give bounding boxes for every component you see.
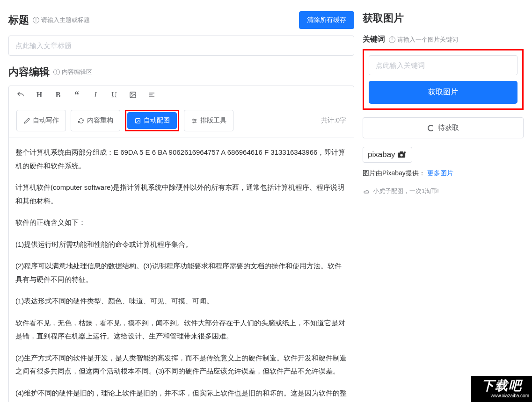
content-hint: ! 内容编辑区 [53, 68, 92, 76]
highlight-keyword-box: 获取图片 [363, 49, 524, 110]
pixabay-logo: pixabay [363, 147, 412, 163]
highlight-auto-image: 自动配图 [125, 110, 179, 131]
title-label: 标题 [8, 13, 29, 27]
formatting-toolbar: H B “ I U [9, 86, 354, 104]
keyword-hint: ! 请输入一个图片关键词 [389, 36, 458, 44]
content-label: 内容编辑 [8, 65, 50, 79]
underline-icon[interactable]: U [110, 91, 118, 99]
layout-tool-button[interactable]: 排版工具 [184, 110, 233, 131]
keyword-label: 关键词 [363, 35, 385, 44]
auto-write-button[interactable]: 自动写作 [16, 110, 66, 131]
pending-button[interactable]: 待获取 [363, 117, 524, 138]
info-icon: ! [33, 17, 39, 23]
keyword-input[interactable] [369, 55, 517, 75]
title-section-header: 标题 ! 请输入主题或标题 清除所有缓存 [8, 11, 354, 29]
editor: H B “ I U 自动写作 [8, 86, 354, 402]
side-title: 获取图片 [363, 11, 524, 25]
content-section-header: 内容编辑 ! 内容编辑区 [8, 65, 354, 79]
word-count: 共计:0字 [321, 116, 346, 125]
italic-icon[interactable]: I [91, 91, 100, 99]
camera-icon [397, 151, 407, 158]
content-paragraph: 软件的正确含义如下： [15, 216, 347, 230]
settings-icon [191, 117, 197, 124]
image-icon[interactable] [129, 91, 137, 99]
info-icon: ! [389, 36, 395, 43]
info-icon: ! [53, 69, 60, 75]
more-images-link[interactable]: 更多图片 [427, 169, 453, 177]
align-left-icon[interactable] [147, 91, 156, 99]
svg-point-11 [193, 122, 194, 122]
content-paragraph: (1)表达形式不同的硬件类型、颜色、味道、可见、可摸、可闻。 [15, 294, 347, 308]
content-paragraph: (2)程序可以满意地处理信息的数据结构。(3)说明程序功能要求和程序需要的文档的… [15, 259, 347, 286]
title-hint: ! 请输入主题或标题 [33, 16, 90, 24]
footer-tip: 小虎子配图，一次1淘币! [363, 187, 524, 195]
content-paragraph: 整个计算机系统由两部分组成：E 69DA 5 E 6 BA 9062616964… [15, 146, 347, 172]
pencil-icon [23, 117, 30, 124]
content-paragraph: 计算机软件(computer software)是指计算机系统中除硬件以外的所有… [15, 181, 347, 208]
keyword-header: 关键词 ! 请输入一个图片关键词 [363, 35, 524, 44]
fetch-image-button[interactable]: 获取图片 [369, 81, 517, 104]
editor-content[interactable]: 整个计算机系统由两部分组成：E 69DA 5 E 6 BA 9062616964… [9, 137, 354, 402]
content-paragraph: (2)生产方式不同的软件是开发，是人类智能的高发挥，而不是传统意义上的硬件制造。… [15, 352, 347, 378]
refresh-icon [78, 117, 84, 124]
auto-image-button[interactable]: 自动配图 [127, 112, 177, 129]
content-paragraph: 软件看不见，无色，枯燥，看不见，摸不到，闻不到。软件大部分存在于人们的头脑或纸上… [15, 316, 347, 343]
content-paragraph: (4)维护不同的硬件是旧的，理论上软件是旧的，并不坏，但实际上软件也是旧的和坏的… [15, 387, 347, 402]
clear-cache-button[interactable]: 清除所有缓存 [299, 11, 354, 29]
quote-icon[interactable]: “ [73, 91, 81, 99]
svg-point-10 [195, 120, 196, 121]
cloud-icon [363, 188, 370, 194]
spinner-icon [428, 125, 434, 131]
main-panel: 标题 ! 请输入主题或标题 清除所有缓存 内容编辑 ! 内容编辑区 H [0, 0, 363, 402]
content-paragraph: (1)提供运行时所需功能和性能的命令或计算机程序集合。 [15, 238, 347, 251]
credit-text: 图片由Pixabay提供： 更多图片 [363, 169, 524, 178]
undo-icon[interactable] [16, 91, 25, 99]
heading-icon[interactable]: H [35, 91, 44, 99]
svg-point-9 [193, 119, 194, 120]
picture-icon [134, 117, 141, 124]
svg-rect-14 [400, 151, 403, 153]
svg-point-1 [131, 93, 132, 94]
title-input[interactable] [8, 36, 354, 56]
actions-toolbar: 自动写作 内容重构 自动配图 [9, 104, 354, 137]
side-panel: 获取图片 关键词 ! 请输入一个图片关键词 获取图片 待获取 pixabay 图… [363, 0, 532, 402]
reorganize-button[interactable]: 内容重构 [71, 110, 120, 131]
watermark: 下载吧 www.xiazaiba.com [471, 376, 532, 402]
svg-point-13 [400, 154, 402, 156]
bold-icon[interactable]: B [54, 91, 62, 99]
svg-point-15 [404, 151, 406, 153]
